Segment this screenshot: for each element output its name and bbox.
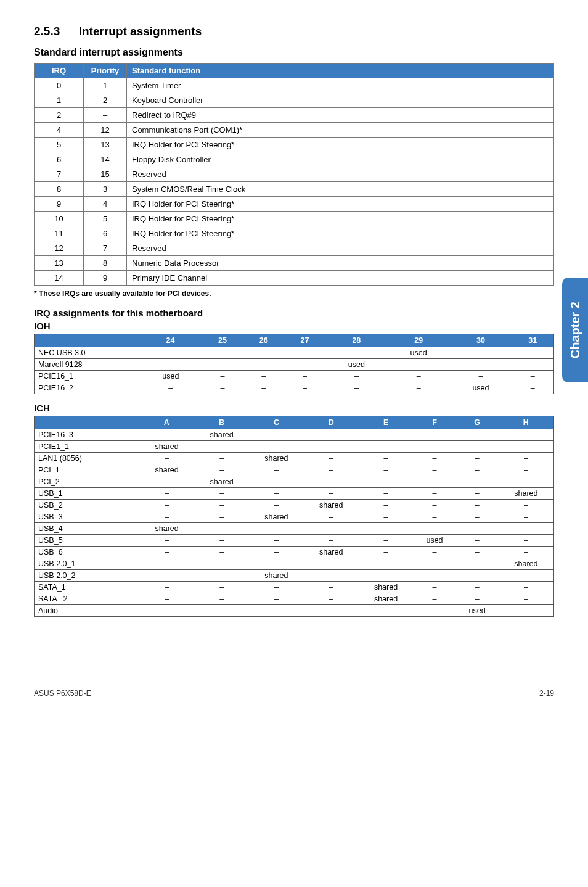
- priority-cell: 13: [84, 138, 127, 152]
- data-cell: used: [325, 359, 388, 371]
- table-row: 83System CMOS/Real Time Clock: [35, 182, 554, 197]
- function-cell: IRQ Holder for PCI Steering*: [127, 138, 554, 152]
- data-cell: –: [304, 582, 359, 593]
- table-row: 105IRQ Holder for PCI Steering*: [35, 212, 554, 226]
- data-cell: –: [139, 570, 195, 582]
- function-cell: Reserved: [127, 167, 554, 182]
- table-row: PCIE16_2––––––used–: [35, 382, 554, 394]
- table-row: USB 2.0_1–––––––shared: [35, 558, 554, 570]
- data-cell: –: [512, 371, 553, 382]
- data-cell: –: [139, 535, 195, 547]
- data-cell: –: [456, 547, 499, 558]
- table-row: 412Communications Port (COM1)*: [35, 123, 554, 138]
- data-cell: –: [304, 429, 359, 441]
- col-header: 30: [450, 334, 512, 347]
- data-cell: –: [304, 523, 359, 535]
- priority-cell: 7: [84, 241, 127, 256]
- data-cell: –: [249, 500, 304, 511]
- col-header: 24: [139, 334, 202, 347]
- data-cell: –: [456, 535, 499, 547]
- function-cell: Floppy Disk Controller: [127, 152, 554, 167]
- irq-cell: 1: [35, 93, 84, 108]
- data-cell: shared: [359, 582, 414, 593]
- data-cell: –: [499, 593, 554, 605]
- data-cell: –: [194, 535, 249, 547]
- row-name: PCI_1: [35, 464, 139, 476]
- col-header: B: [194, 416, 249, 429]
- irq-cell: 10: [35, 212, 84, 226]
- data-cell: –: [304, 453, 359, 464]
- section-number: 2.5.3: [34, 25, 60, 38]
- data-cell: –: [388, 371, 450, 382]
- table-row: PCIE16_3–shared––––––: [35, 429, 554, 441]
- data-cell: –: [456, 464, 499, 476]
- data-cell: –: [139, 347, 202, 359]
- data-cell: –: [456, 570, 499, 582]
- data-cell: shared: [249, 570, 304, 582]
- data-cell: used: [456, 605, 499, 617]
- data-cell: –: [413, 593, 455, 605]
- row-name: SATA _2: [35, 593, 139, 605]
- priority-cell: –: [84, 108, 127, 123]
- subsection-standard: Standard interrupt assignments: [34, 47, 554, 58]
- footer-right: 2-19: [539, 689, 554, 698]
- data-cell: –: [249, 547, 304, 558]
- priority-cell: 12: [84, 123, 127, 138]
- data-cell: –: [413, 558, 455, 570]
- irq-cell: 6: [35, 152, 84, 167]
- data-cell: –: [304, 488, 359, 500]
- data-cell: –: [194, 453, 249, 464]
- function-cell: IRQ Holder for PCI Steering*: [127, 197, 554, 212]
- irq-cell: 12: [35, 241, 84, 256]
- data-cell: –: [139, 488, 195, 500]
- row-name: USB_4: [35, 523, 139, 535]
- data-cell: –: [139, 453, 195, 464]
- data-cell: –: [304, 558, 359, 570]
- data-cell: –: [413, 582, 455, 593]
- data-cell: –: [139, 500, 195, 511]
- data-cell: shared: [499, 558, 554, 570]
- data-cell: –: [388, 382, 450, 394]
- row-name: USB_2: [35, 500, 139, 511]
- table-row: 138Numeric Data Processor: [35, 256, 554, 271]
- table-row: Marvell 9128––––used–––: [35, 359, 554, 371]
- data-cell: –: [325, 347, 388, 359]
- irq-table: IRQ Priority Standard function 01System …: [34, 63, 554, 286]
- data-cell: –: [284, 347, 325, 359]
- data-cell: –: [284, 359, 325, 371]
- data-cell: –: [499, 570, 554, 582]
- data-cell: –: [359, 547, 414, 558]
- priority-cell: 9: [84, 271, 127, 286]
- function-cell: System CMOS/Real Time Clock: [127, 182, 554, 197]
- table-row: USB_1–––––––shared: [35, 488, 554, 500]
- data-cell: –: [512, 382, 553, 394]
- table-row: PCI_1shared–––––––: [35, 464, 554, 476]
- irq-cell: 14: [35, 271, 84, 286]
- row-name: USB_6: [35, 547, 139, 558]
- priority-cell: 1: [84, 78, 127, 93]
- data-cell: –: [456, 441, 499, 453]
- data-cell: –: [304, 441, 359, 453]
- data-cell: –: [456, 476, 499, 488]
- data-cell: used: [139, 371, 202, 382]
- data-cell: –: [202, 347, 243, 359]
- priority-cell: 14: [84, 152, 127, 167]
- table-row: USB_6–––shared––––: [35, 547, 554, 558]
- data-cell: –: [413, 453, 455, 464]
- row-name: USB 2.0_1: [35, 558, 139, 570]
- table-row: USB 2.0_2––shared–––––: [35, 570, 554, 582]
- subsection-irq-assign: IRQ assignments for this motherboard: [34, 308, 554, 318]
- data-cell: –: [243, 382, 284, 394]
- irq-cell: 0: [35, 78, 84, 93]
- col-header: 25: [202, 334, 243, 347]
- data-cell: –: [413, 547, 455, 558]
- data-cell: –: [194, 441, 249, 453]
- priority-cell: 4: [84, 197, 127, 212]
- table-row: PCIE1_1shared–––––––: [35, 441, 554, 453]
- data-cell: –: [194, 605, 249, 617]
- col-header: E: [359, 416, 414, 429]
- irq-cell: 2: [35, 108, 84, 123]
- table-row: 12Keyboard Controller: [35, 93, 554, 108]
- data-cell: –: [194, 582, 249, 593]
- data-cell: shared: [194, 476, 249, 488]
